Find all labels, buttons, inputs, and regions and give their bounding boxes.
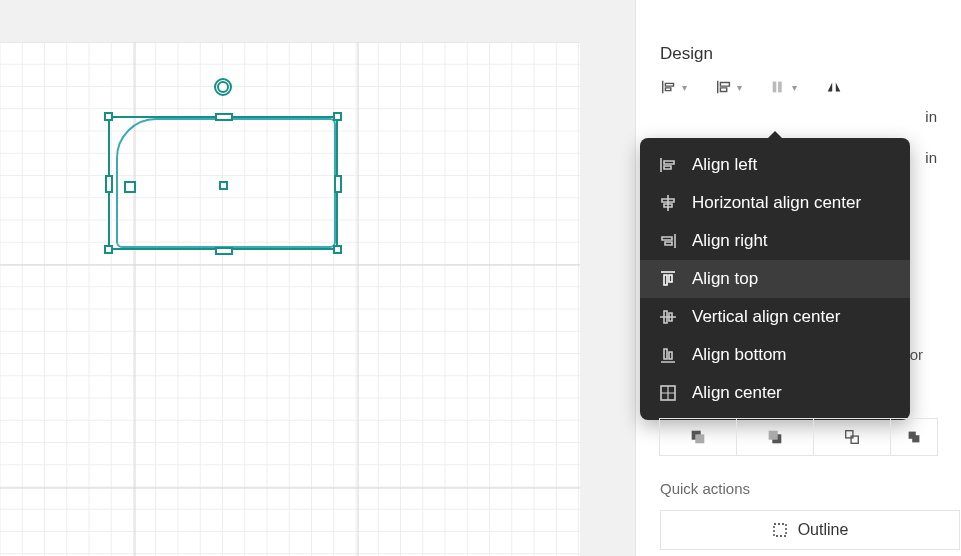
align-horiz-button[interactable]: ▾ (660, 78, 687, 96)
truncated-label: or (910, 346, 923, 363)
artboard[interactable] (0, 42, 580, 556)
handle-br[interactable] (333, 245, 342, 254)
align-left-icon (658, 155, 678, 175)
chevron-down-icon: ▾ (682, 82, 687, 93)
align-vert-button[interactable]: ▾ (715, 78, 742, 96)
handle-bm[interactable] (215, 247, 233, 255)
width-unit: in (925, 108, 937, 125)
flip-button[interactable] (825, 78, 843, 96)
svg-rect-57 (778, 82, 782, 93)
svg-rect-66 (912, 435, 919, 442)
outline-icon (772, 522, 788, 538)
radius-handle[interactable] (124, 181, 136, 193)
align-dropdown-menu: Align left Horizontal align center Align… (640, 138, 910, 420)
h-center-icon (658, 193, 678, 213)
handle-bl[interactable] (104, 245, 113, 254)
handle-lm[interactable] (105, 175, 113, 193)
top-strip (636, 0, 961, 26)
rotate-handle[interactable] (214, 78, 232, 96)
merge-button[interactable] (890, 418, 938, 456)
send-backward-button[interactable] (736, 418, 814, 456)
center-marker (219, 181, 228, 190)
menu-align-left[interactable]: Align left (640, 146, 910, 184)
svg-rect-56 (773, 82, 777, 93)
group-icon (843, 428, 861, 446)
group-button[interactable] (813, 418, 891, 456)
align-center-icon (658, 383, 678, 403)
align-toolbar: ▾ ▾ ▾ (636, 78, 961, 96)
align-bottom-icon (658, 345, 678, 365)
handle-rm[interactable] (334, 175, 342, 193)
height-unit: in (925, 149, 937, 166)
svg-rect-67 (774, 524, 786, 536)
outline-button[interactable]: Outline (660, 510, 960, 550)
svg-rect-60 (695, 434, 704, 443)
align-top-icon (658, 269, 678, 289)
menu-h-center[interactable]: Horizontal align center (640, 184, 910, 222)
arrange-toolbar (660, 418, 938, 456)
handle-tl[interactable] (104, 112, 113, 121)
menu-align-right[interactable]: Align right (640, 222, 910, 260)
svg-rect-62 (769, 431, 778, 440)
handle-tr[interactable] (333, 112, 342, 121)
bring-forward-icon (689, 428, 707, 446)
bring-forward-button[interactable] (659, 418, 737, 456)
menu-align-center[interactable]: Align center (640, 374, 910, 412)
chevron-down-icon: ▾ (737, 82, 742, 93)
send-backward-icon (766, 428, 784, 446)
menu-v-center[interactable]: Vertical align center (640, 298, 910, 336)
canvas[interactable] (0, 0, 635, 556)
panel-title: Design (636, 26, 961, 78)
quick-actions-label: Quick actions (660, 480, 750, 497)
menu-align-bottom[interactable]: Align bottom (640, 336, 910, 374)
align-right-icon (658, 231, 678, 251)
distribute-button[interactable]: ▾ (770, 78, 797, 96)
svg-rect-64 (851, 436, 858, 443)
svg-rect-63 (846, 431, 853, 438)
merge-icon (905, 428, 923, 446)
handle-tm[interactable] (215, 113, 233, 121)
menu-align-top[interactable]: Align top (640, 260, 910, 298)
chevron-down-icon: ▾ (792, 82, 797, 93)
v-center-icon (658, 307, 678, 327)
